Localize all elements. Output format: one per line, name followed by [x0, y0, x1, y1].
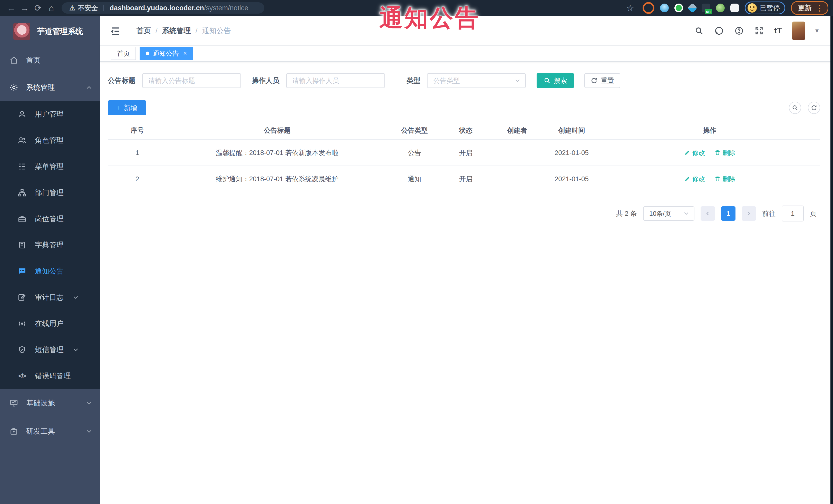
- search-button[interactable]: 搜索: [537, 73, 574, 88]
- sidebar-item-sms[interactable]: 短信管理: [0, 337, 100, 363]
- extension-diamond-icon[interactable]: [687, 3, 697, 13]
- cell-title: 温馨提醒：2018-07-01 若依新版本发布啦: [167, 148, 387, 157]
- operator-input[interactable]: [286, 73, 385, 88]
- sidebar-item-devtools[interactable]: 研发工具: [0, 417, 100, 446]
- address-bar[interactable]: ⚠ 不安全 dashboard.yudao.iocoder.cn /system…: [62, 2, 264, 14]
- sidebar-item-notice[interactable]: 通知公告: [0, 258, 100, 284]
- github-icon[interactable]: [714, 26, 724, 36]
- pencil-icon: [684, 176, 690, 182]
- browser-home-icon[interactable]: ⌂: [45, 3, 58, 13]
- page-size-input[interactable]: [643, 206, 694, 221]
- browser-update-button[interactable]: 更新 ⋮: [791, 1, 828, 15]
- type-select[interactable]: [427, 73, 526, 88]
- tab-home[interactable]: 首页: [111, 47, 136, 60]
- sidebar-item-online-users[interactable]: 在线用户: [0, 311, 100, 337]
- header-search-icon[interactable]: [694, 26, 704, 36]
- pagination: 共 2 条 1 前往 页: [108, 206, 820, 221]
- column-header-no: 序号: [108, 126, 167, 135]
- browser-back-icon[interactable]: ←: [5, 3, 18, 13]
- notice-table: 序号 公告标题 公告类型 状态 创建者 创建时间 操作 1 温馨提醒：2018-…: [108, 121, 820, 192]
- extension-switch-icon[interactable]: on: [701, 4, 710, 12]
- sidebar: 芋道管理系统 首页 系统管理 用户管理 角色管理: [0, 16, 100, 504]
- refresh-table-button[interactable]: [808, 102, 820, 114]
- page-scrollbar[interactable]: [830, 16, 833, 504]
- sidebar-item-departments[interactable]: 部门管理: [0, 179, 100, 206]
- cell-status: 开启: [442, 174, 490, 184]
- cell-status: 开启: [442, 148, 490, 157]
- chevron-down-icon: [85, 399, 93, 407]
- type-label: 类型: [406, 76, 420, 85]
- message-bubble-icon: [18, 267, 27, 276]
- browser-forward-icon[interactable]: →: [18, 3, 31, 13]
- breadcrumb-section[interactable]: 系统管理: [162, 26, 191, 36]
- font-size-icon[interactable]: tT: [774, 26, 782, 35]
- not-secure-label: 不安全: [78, 4, 98, 13]
- org-tree-icon: [18, 188, 27, 197]
- help-icon[interactable]: [734, 26, 744, 36]
- type-select-input[interactable]: [427, 73, 526, 88]
- prev-page-button[interactable]: [700, 206, 715, 221]
- extension-green-icon[interactable]: [674, 4, 683, 12]
- goto-page-input[interactable]: [782, 206, 804, 221]
- delete-link[interactable]: 删除: [714, 175, 736, 183]
- page-size-select[interactable]: [643, 206, 694, 221]
- extension-leaf-icon[interactable]: [716, 4, 725, 12]
- notice-title-input[interactable]: [142, 73, 241, 88]
- collapse-sidebar-icon[interactable]: [110, 26, 121, 36]
- sidebar-item-label: 字典管理: [35, 240, 64, 250]
- user-avatar[interactable]: [792, 22, 805, 40]
- sidebar-item-label: 通知公告: [35, 266, 64, 276]
- main-content: 公告标题 操作人员 类型 搜索 重置: [100, 62, 830, 504]
- profile-paused-pill[interactable]: 已暂停: [745, 2, 785, 15]
- sidebar-item-posts[interactable]: 岗位管理: [0, 206, 100, 232]
- extension-orange-icon[interactable]: [643, 2, 654, 14]
- total-count: 共 2 条: [616, 209, 637, 218]
- table-toolbar: + 新增: [108, 100, 820, 115]
- column-header-created: 创建时间: [544, 126, 599, 135]
- sidebar-item-label: 审计日志: [35, 292, 64, 302]
- code-icon: </>: [18, 371, 27, 381]
- sidebar-item-users[interactable]: 用户管理: [0, 101, 100, 127]
- update-label: 更新: [798, 3, 812, 13]
- sidebar-item-menus[interactable]: 菜单管理: [0, 153, 100, 179]
- column-header-type: 公告类型: [387, 126, 442, 135]
- column-header-creator: 创建者: [490, 126, 544, 135]
- next-page-button[interactable]: [742, 206, 756, 221]
- sidebar-item-label: 角色管理: [35, 136, 64, 145]
- toggle-search-button[interactable]: [789, 102, 801, 114]
- bookmark-star-icon[interactable]: ☆: [624, 3, 637, 13]
- breadcrumb-home[interactable]: 首页: [137, 26, 151, 36]
- fullscreen-icon[interactable]: [754, 26, 764, 36]
- tab-notice[interactable]: 通知公告 ×: [140, 47, 193, 60]
- sidebar-item-error-codes[interactable]: </> 错误码管理: [0, 363, 100, 389]
- sidebar-item-system[interactable]: 系统管理: [0, 74, 100, 101]
- shield-check-icon: [18, 345, 27, 354]
- edit-link[interactable]: 修改: [684, 149, 705, 157]
- edit-link[interactable]: 修改: [684, 175, 705, 183]
- browser-menu-kebab-icon[interactable]: ⋮: [816, 4, 824, 13]
- close-tab-icon[interactable]: ×: [183, 50, 187, 57]
- sidebar-item-home[interactable]: 首页: [0, 47, 100, 74]
- sidebar-item-infrastructure[interactable]: 基础设施: [0, 389, 100, 417]
- page-number-1[interactable]: 1: [721, 206, 736, 221]
- browser-reload-icon[interactable]: ⟳: [31, 3, 45, 13]
- puzzle-extension-icon[interactable]: [730, 4, 739, 12]
- delete-link[interactable]: 删除: [714, 149, 736, 157]
- search-icon: [544, 77, 551, 84]
- avatar-caret-down-icon[interactable]: ▾: [815, 27, 818, 34]
- reset-button[interactable]: 重置: [584, 73, 620, 88]
- page-suffix: 页: [810, 209, 816, 218]
- table-row: 1 温馨提醒：2018-07-01 若依新版本发布啦 公告 开启 2021-01…: [108, 139, 820, 166]
- briefcase-icon: [18, 214, 27, 223]
- url-path: /system/notice: [204, 4, 248, 12]
- annotation-overlay-text: 通知公告: [379, 2, 480, 34]
- not-secure-warning-icon: ⚠: [69, 4, 75, 12]
- trash-icon: [714, 150, 721, 156]
- sidebar-item-dictionary[interactable]: 字典管理: [0, 232, 100, 258]
- extension-drop-icon[interactable]: [660, 4, 669, 12]
- chevron-down-icon: [72, 346, 79, 354]
- sidebar-item-roles[interactable]: 角色管理: [0, 127, 100, 153]
- app-logo[interactable]: 芋道管理系统: [0, 16, 100, 47]
- add-button[interactable]: + 新增: [108, 100, 146, 115]
- sidebar-item-audit-log[interactable]: 审计日志: [0, 284, 100, 311]
